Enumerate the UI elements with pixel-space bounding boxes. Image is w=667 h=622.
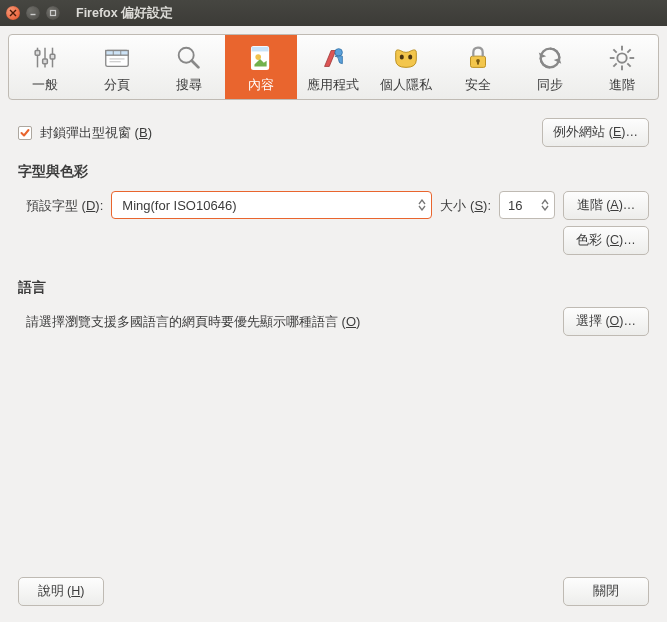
default-font-value: Ming(for ISO10646) bbox=[122, 198, 417, 213]
minimize-icon[interactable] bbox=[26, 6, 40, 20]
svg-rect-4 bbox=[35, 51, 40, 56]
svg-rect-8 bbox=[106, 51, 129, 56]
tab-label: 應用程式 bbox=[307, 77, 359, 94]
tab-label: 搜尋 bbox=[176, 77, 202, 94]
chevron-updown-icon bbox=[540, 199, 550, 211]
tab-search[interactable]: 搜尋 bbox=[153, 35, 225, 99]
svg-rect-23 bbox=[477, 61, 479, 65]
languages-choose-button[interactable]: 選擇 (O)… bbox=[563, 307, 649, 336]
svg-line-32 bbox=[627, 49, 630, 52]
lock-icon bbox=[463, 41, 493, 75]
tab-tabs[interactable]: 分頁 bbox=[81, 35, 153, 99]
help-button[interactable]: 說明 (H) bbox=[18, 577, 104, 606]
tab-label: 個人隱私 bbox=[380, 77, 432, 94]
checkbox-icon bbox=[18, 126, 32, 140]
svg-point-20 bbox=[408, 55, 412, 60]
svg-rect-16 bbox=[252, 47, 269, 52]
sync-icon bbox=[535, 41, 565, 75]
window-icon bbox=[102, 41, 132, 75]
popup-exceptions-button[interactable]: 例外網站 (E)… bbox=[542, 118, 649, 147]
svg-line-30 bbox=[627, 63, 630, 66]
document-icon bbox=[246, 41, 276, 75]
colors-button[interactable]: 色彩 (C)… bbox=[563, 226, 649, 255]
tab-privacy[interactable]: 個人隱私 bbox=[370, 35, 442, 99]
close-button[interactable]: 關閉 bbox=[563, 577, 649, 606]
close-icon[interactable] bbox=[6, 6, 20, 20]
tab-security[interactable]: 安全 bbox=[442, 35, 514, 99]
fonts-heading: 字型與色彩 bbox=[18, 163, 649, 181]
tab-label: 分頁 bbox=[104, 77, 130, 94]
svg-point-24 bbox=[617, 53, 626, 62]
tab-applications[interactable]: 應用程式 bbox=[297, 35, 369, 99]
search-icon bbox=[174, 41, 204, 75]
svg-line-31 bbox=[613, 63, 616, 66]
tab-advanced[interactable]: 進階 bbox=[586, 35, 658, 99]
languages-heading: 語言 bbox=[18, 279, 649, 297]
tab-general[interactable]: 一般 bbox=[9, 35, 81, 99]
font-size-value: 16 bbox=[508, 198, 540, 213]
sliders-icon bbox=[30, 41, 60, 75]
tab-content[interactable]: 內容 bbox=[225, 35, 297, 99]
applications-icon bbox=[318, 41, 348, 75]
block-popups-checkbox[interactable]: 封鎖彈出型視窗 (B) bbox=[18, 124, 152, 142]
tab-label: 內容 bbox=[248, 77, 274, 94]
svg-line-14 bbox=[192, 61, 199, 68]
fonts-advanced-button[interactable]: 進階 (A)… bbox=[563, 191, 649, 220]
preferences-tabs: 一般 分頁 搜尋 內容 bbox=[8, 34, 659, 100]
window-title: Firefox 偏好設定 bbox=[76, 5, 173, 22]
chevron-updown-icon bbox=[417, 199, 427, 211]
svg-rect-5 bbox=[43, 59, 48, 64]
tab-sync[interactable]: 同步 bbox=[514, 35, 586, 99]
default-font-label: 預設字型 (D): bbox=[26, 191, 103, 215]
svg-line-29 bbox=[613, 49, 616, 52]
default-font-combo[interactable]: Ming(for ISO10646) bbox=[111, 191, 432, 219]
gear-icon bbox=[607, 41, 637, 75]
maximize-icon[interactable] bbox=[46, 6, 60, 20]
svg-rect-0 bbox=[51, 11, 56, 16]
tab-label: 進階 bbox=[609, 77, 635, 94]
block-popups-label: 封鎖彈出型視窗 (B) bbox=[40, 124, 152, 142]
svg-point-19 bbox=[399, 55, 403, 60]
font-size-label: 大小 (S): bbox=[440, 191, 491, 215]
svg-rect-6 bbox=[50, 54, 55, 59]
mask-icon bbox=[391, 41, 421, 75]
titlebar: Firefox 偏好設定 bbox=[0, 0, 667, 26]
languages-description: 請選擇瀏覽支援多國語言的網頁時要優先顯示哪種語言 (O) bbox=[26, 313, 360, 331]
svg-point-18 bbox=[335, 49, 343, 57]
tab-label: 安全 bbox=[465, 77, 491, 94]
font-size-spinner[interactable]: 16 bbox=[499, 191, 555, 219]
tab-label: 一般 bbox=[32, 77, 58, 94]
tab-label: 同步 bbox=[537, 77, 563, 94]
